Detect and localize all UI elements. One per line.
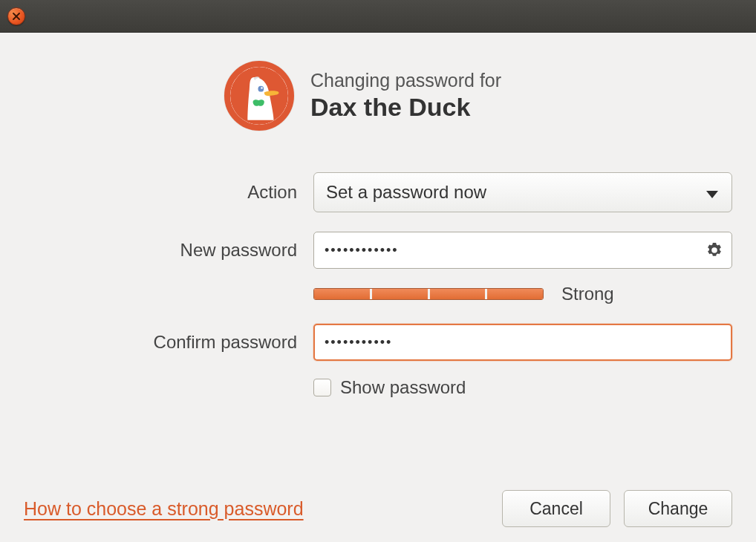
password-strength-label: Strong xyxy=(561,284,614,304)
show-password-label: Show password xyxy=(340,377,466,398)
change-button[interactable]: Change xyxy=(624,490,732,527)
svg-point-4 xyxy=(261,87,262,88)
dialog-header: Changing password for Dax the Duck xyxy=(224,61,732,131)
close-icon xyxy=(13,13,20,20)
show-password-row[interactable]: Show password xyxy=(313,377,732,398)
user-avatar xyxy=(224,61,294,131)
new-password-label: New password xyxy=(24,240,297,261)
help-link[interactable]: How to choose a strong password xyxy=(24,498,304,520)
duck-avatar-icon xyxy=(230,64,288,128)
gear-icon xyxy=(706,241,723,259)
confirm-password-label: Confirm password xyxy=(24,332,297,353)
cancel-button[interactable]: Cancel xyxy=(502,490,610,527)
dialog-subtitle: Changing password for xyxy=(310,70,501,91)
action-combobox[interactable]: Set a password now xyxy=(313,172,732,212)
window-titlebar xyxy=(0,0,756,33)
new-password-input[interactable] xyxy=(313,232,732,269)
chevron-down-icon xyxy=(706,182,718,203)
svg-point-3 xyxy=(258,86,264,92)
show-password-checkbox[interactable] xyxy=(313,379,331,396)
action-label: Action xyxy=(24,182,297,203)
password-strength: Strong xyxy=(313,284,732,304)
dialog-title: Dax the Duck xyxy=(310,93,501,122)
confirm-password-input[interactable] xyxy=(313,324,732,361)
close-button[interactable] xyxy=(7,7,25,25)
password-strength-meter xyxy=(313,288,544,300)
generate-password-button[interactable] xyxy=(704,240,725,261)
password-form: Action Set a password now New password xyxy=(24,172,732,398)
action-combobox-value: Set a password now xyxy=(326,182,486,203)
svg-marker-5 xyxy=(706,191,718,198)
